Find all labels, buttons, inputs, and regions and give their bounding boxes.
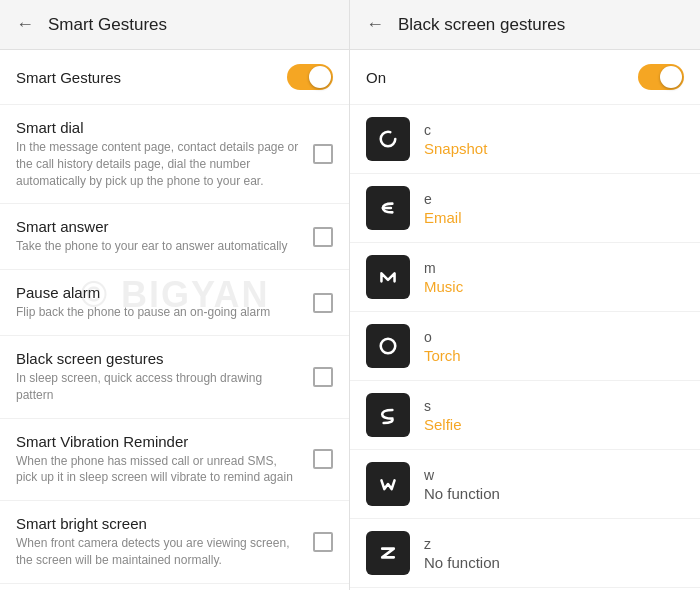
settings-item-title: Smart bright screen — [16, 515, 301, 532]
settings-item-content: Pause alarmFlip back the phone to pause … — [16, 284, 313, 321]
gesture-icon — [366, 531, 410, 575]
gesture-item[interactable]: cSnapshot — [350, 105, 700, 174]
left-header: ← Smart Gestures — [0, 0, 349, 50]
right-panel: ← Black screen gestures On cSnapshoteEma… — [350, 0, 700, 590]
settings-item-desc: When the phone has missed call or unread… — [16, 453, 301, 487]
settings-item-desc: Take the phone to your ear to answer aut… — [16, 238, 301, 255]
settings-checkbox[interactable] — [313, 449, 333, 469]
gesture-item[interactable]: oTorch — [350, 312, 700, 381]
gesture-list: cSnapshoteEmailmMusicoTorchsSelfiewNo fu… — [350, 105, 700, 590]
toggle-thumb — [660, 66, 682, 88]
gesture-letter: s — [424, 398, 462, 414]
gesture-icon — [366, 117, 410, 161]
gesture-item[interactable]: eEmail — [350, 174, 700, 243]
on-row: On — [350, 50, 700, 105]
gesture-icon — [366, 324, 410, 368]
settings-list: Smart dialIn the message content page, c… — [0, 105, 349, 590]
gesture-action: No function — [424, 485, 500, 502]
gesture-item[interactable]: wNo function — [350, 450, 700, 519]
svg-point-0 — [381, 132, 396, 147]
gesture-letter: o — [424, 329, 461, 345]
gesture-info: cSnapshot — [424, 122, 487, 157]
settings-checkbox[interactable] — [313, 293, 333, 313]
gesture-icon — [366, 393, 410, 437]
settings-item-title: Black screen gestures — [16, 350, 301, 367]
gesture-letter: w — [424, 467, 500, 483]
settings-item[interactable]: Smart bright screenWhen front camera det… — [0, 501, 349, 584]
black-screen-toggle[interactable] — [638, 64, 684, 90]
gesture-action: Torch — [424, 347, 461, 364]
left-panel: ← Smart Gestures Smart Gestures Smart di… — [0, 0, 350, 590]
on-label: On — [366, 69, 386, 86]
settings-item-desc: In sleep screen, quick access through dr… — [16, 370, 301, 404]
gesture-action: Selfie — [424, 416, 462, 433]
gesture-info: sSelfie — [424, 398, 462, 433]
settings-item[interactable]: Smart Vibration ReminderWhen the phone h… — [0, 419, 349, 502]
settings-item-desc: In the message content page, contact det… — [16, 139, 301, 189]
smart-gestures-label: Smart Gestures — [16, 69, 121, 86]
gesture-icon — [366, 462, 410, 506]
svg-point-2 — [381, 339, 396, 354]
settings-item-content: Smart answerTake the phone to your ear t… — [16, 218, 313, 255]
settings-checkbox[interactable] — [313, 227, 333, 247]
left-panel-title: Smart Gestures — [48, 15, 167, 35]
gesture-icon — [366, 186, 410, 230]
left-back-button[interactable]: ← — [16, 14, 34, 35]
smart-gestures-toggle[interactable] — [287, 64, 333, 90]
settings-checkbox[interactable] — [313, 367, 333, 387]
settings-item-content: Black screen gesturesIn sleep screen, qu… — [16, 350, 313, 404]
settings-item[interactable]: Smart answerTake the phone to your ear t… — [0, 204, 349, 270]
settings-item-content: Smart dialIn the message content page, c… — [16, 119, 313, 189]
settings-item[interactable]: Black screen gesturesIn sleep screen, qu… — [0, 336, 349, 419]
settings-item-desc: Flip back the phone to pause an on-going… — [16, 304, 301, 321]
settings-item-desc: When front camera detects you are viewin… — [16, 535, 301, 569]
right-header: ← Black screen gestures — [350, 0, 700, 50]
settings-item-title: Smart Vibration Reminder — [16, 433, 301, 450]
gesture-info: zNo function — [424, 536, 500, 571]
right-panel-title: Black screen gestures — [398, 15, 565, 35]
settings-checkbox[interactable] — [313, 532, 333, 552]
settings-item-title: Smart dial — [16, 119, 301, 136]
gesture-letter: c — [424, 122, 487, 138]
gesture-info: mMusic — [424, 260, 463, 295]
gesture-letter: z — [424, 536, 500, 552]
gesture-info: oTorch — [424, 329, 461, 364]
settings-item-content: Smart Vibration ReminderWhen the phone h… — [16, 433, 313, 487]
gesture-letter: m — [424, 260, 463, 276]
gesture-icon — [366, 255, 410, 299]
settings-item[interactable]: Pause alarmFlip back the phone to pause … — [0, 270, 349, 336]
settings-checkbox[interactable] — [313, 144, 333, 164]
right-back-button[interactable]: ← — [366, 14, 384, 35]
gesture-item[interactable]: zNo function — [350, 519, 700, 588]
gesture-letter: e — [424, 191, 462, 207]
gesture-info: wNo function — [424, 467, 500, 502]
gesture-item[interactable]: sSelfie — [350, 381, 700, 450]
settings-item[interactable]: Smart dialIn the message content page, c… — [0, 105, 349, 204]
settings-item[interactable]: Double click wake upDouble-click screen … — [0, 584, 349, 590]
settings-item-title: Pause alarm — [16, 284, 301, 301]
smart-gestures-row: Smart Gestures — [0, 50, 349, 105]
gesture-action: Email — [424, 209, 462, 226]
gesture-item[interactable]: mMusic — [350, 243, 700, 312]
gesture-action: Music — [424, 278, 463, 295]
gesture-info: eEmail — [424, 191, 462, 226]
gesture-action: No function — [424, 554, 500, 571]
gesture-action: Snapshot — [424, 140, 487, 157]
settings-item-content: Smart bright screenWhen front camera det… — [16, 515, 313, 569]
settings-item-title: Smart answer — [16, 218, 301, 235]
toggle-thumb — [309, 66, 331, 88]
